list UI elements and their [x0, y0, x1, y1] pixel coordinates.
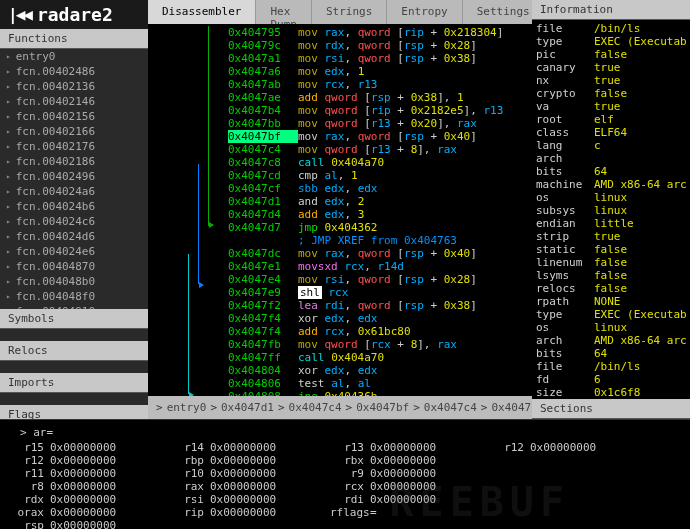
register-name: r15 [10, 441, 50, 454]
info-row: cryptofalse [536, 87, 686, 100]
breadcrumb[interactable]: > entry0 > 0x4047d1 > 0x4047c4 > 0x4047b… [148, 396, 532, 419]
address: 0x4047a1 [228, 52, 298, 65]
disasm-line[interactable]: ; JMP XREF from 0x404763 [148, 234, 532, 247]
info-key: class [536, 126, 594, 139]
function-item[interactable]: fcn.00402146 [0, 94, 148, 109]
info-row: oslinux [536, 191, 686, 204]
breadcrumb-item[interactable]: 0x4047d1 [221, 401, 274, 414]
disasm-line[interactable]: 0x4047aeadd qword [rsp + 0x38], 1 [148, 91, 532, 104]
disasm-line[interactable]: 0x4047d4add edx, 3 [148, 208, 532, 221]
disasm-line[interactable]: 0x4047f2lea rdi, qword [rsp + 0x38] [148, 299, 532, 312]
function-item[interactable]: fcn.00402486 [0, 64, 148, 79]
disasm-line[interactable]: 0x4047e4mov rsi, qword [rsp + 0x28] [148, 273, 532, 286]
disasm-line[interactable]: 0x404808jne 0x40436b [148, 390, 532, 396]
disasm-line[interactable]: 0x4047b4mov qword [rip + 0x2182e5], r13 [148, 104, 532, 117]
disasm-line[interactable]: 0x4047ffcall 0x404a70 [148, 351, 532, 364]
disasm-line[interactable]: 0x4047cfsbb edx, edx [148, 182, 532, 195]
function-item[interactable]: entry0 [0, 49, 148, 64]
disasm-line[interactable]: 0x4047dcmov rax, qword [rsp + 0x40] [148, 247, 532, 260]
function-item[interactable]: fcn.00402186 [0, 154, 148, 169]
disasm-line[interactable]: 0x4047bfmov rax, qword [rsp + 0x40] [148, 130, 532, 143]
breadcrumb-item[interactable]: 0x4047c8 [491, 401, 532, 414]
info-row: endianlittle [536, 217, 686, 230]
info-value: ELF64 [594, 126, 627, 139]
info-row: arch [536, 152, 686, 165]
register-value: 0x00000000 [370, 480, 436, 493]
info-row: lsymsfalse [536, 269, 686, 282]
info-row: bits64 [536, 347, 686, 360]
register-row: r100x00000000 [170, 467, 330, 480]
register-value: 0x00000000 [50, 480, 116, 493]
info-key: relocs [536, 282, 594, 295]
disasm-line[interactable]: 0x4047abmov rcx, r13 [148, 78, 532, 91]
function-item[interactable]: fcn.004024c6 [0, 214, 148, 229]
info-row: classELF64 [536, 126, 686, 139]
panel-imports-header[interactable]: Imports [0, 373, 148, 393]
address: 0x4047bf [228, 130, 298, 143]
function-item[interactable]: fcn.004024d6 [0, 229, 148, 244]
disasm-line[interactable]: 0x4047a1mov rsi, qword [rsp + 0x38] [148, 52, 532, 65]
disasm-line[interactable]: 0x4047d1and edx, 2 [148, 195, 532, 208]
functions-list[interactable]: entry0fcn.00402486fcn.00402136fcn.004021… [0, 49, 148, 309]
panel-relocs-header[interactable]: Relocs [0, 341, 148, 361]
disasm-line[interactable]: 0x4047c8call 0x404a70 [148, 156, 532, 169]
function-item[interactable]: fcn.00404870 [0, 259, 148, 274]
info-header[interactable]: Information [532, 0, 690, 20]
function-item[interactable]: fcn.004024e6 [0, 244, 148, 259]
register-name: r8 [10, 480, 50, 493]
disasm-line[interactable]: 0x4047c4mov qword [r13 + 8], rax [148, 143, 532, 156]
disasm-line[interactable]: 0x4047e9shl rcx [148, 286, 532, 299]
panel-symbols-header[interactable]: Symbols [0, 309, 148, 329]
instruction: mov rax, qword [rip + 0x218304] [298, 26, 532, 39]
function-item[interactable]: fcn.00402176 [0, 139, 148, 154]
tab-disassembler[interactable]: Disassembler [148, 0, 256, 24]
info-key: lsyms [536, 269, 594, 282]
disasm-line[interactable]: 0x4047f4add rcx, 0x61bc80 [148, 325, 532, 338]
tab-hex-dump[interactable]: Hex Dump [256, 0, 311, 24]
breadcrumb-item[interactable]: entry0 [167, 401, 207, 414]
tab-strings[interactable]: Strings [312, 0, 387, 24]
brand: |◀◀ radare2 [0, 0, 148, 29]
function-item[interactable]: fcn.00402156 [0, 109, 148, 124]
disasm-line[interactable]: 0x4047e1movsxd rcx, r14d [148, 260, 532, 273]
disasm-line[interactable]: 0x4047cdcmp al, 1 [148, 169, 532, 182]
instruction: mov rcx, r13 [298, 78, 532, 91]
function-item[interactable]: fcn.00402136 [0, 79, 148, 94]
disasm-line[interactable]: 0x4047f4xor edx, edx [148, 312, 532, 325]
instruction: mov qword [r13 + 0x20], rax [298, 117, 532, 130]
function-item[interactable]: fcn.004048f0 [0, 289, 148, 304]
panel-flags-header[interactable]: Flags [0, 405, 148, 419]
info-value: AMD x86-64 architecture [594, 178, 686, 191]
disassembly-view[interactable]: 0x404795mov rax, qword [rip + 0x218304]0… [148, 24, 532, 396]
breadcrumb-item[interactable]: 0x4047c4 [424, 401, 477, 414]
disasm-line[interactable]: 0x4047bbmov qword [r13 + 0x20], rax [148, 117, 532, 130]
panel-functions-header[interactable]: Functions [0, 29, 148, 49]
sections-header[interactable]: Sections [532, 399, 690, 419]
console[interactable]: > ar= r150x00000000r120x00000000r110x000… [0, 419, 690, 529]
disasm-line[interactable]: 0x4047a6mov edx, 1 [148, 65, 532, 78]
register-name: orax [10, 506, 50, 519]
tab-settings[interactable]: Settings [463, 0, 532, 24]
address: 0x404804 [228, 364, 298, 377]
function-item[interactable]: fcn.00402496 [0, 169, 148, 184]
logo-icon: |◀◀ [8, 5, 31, 24]
disasm-line[interactable]: 0x404806test al, al [148, 377, 532, 390]
tab-entropy[interactable]: Entropy [387, 0, 462, 24]
disasm-line[interactable]: 0x4047fbmov qword [rcx + 8], rax [148, 338, 532, 351]
function-item[interactable]: fcn.004024b6 [0, 199, 148, 214]
function-item[interactable]: fcn.00402166 [0, 124, 148, 139]
register-name: rsp [10, 519, 50, 529]
breadcrumb-item[interactable]: 0x4047c4 [289, 401, 342, 414]
address: 0x4047bb [228, 117, 298, 130]
info-value: 0x1c6f8 [594, 386, 640, 399]
function-item[interactable]: fcn.004048b0 [0, 274, 148, 289]
function-item[interactable]: fcn.004024a6 [0, 184, 148, 199]
disasm-line[interactable]: 0x404804xor edx, edx [148, 364, 532, 377]
breadcrumb-item[interactable]: 0x4047bf [356, 401, 409, 414]
disasm-line[interactable]: 0x4047d7jmp 0x404362 [148, 221, 532, 234]
info-value: true [594, 230, 621, 243]
disasm-line[interactable]: 0x40479cmov rdx, qword [rsp + 0x28] [148, 39, 532, 52]
info-value: /bin/ls [594, 360, 640, 373]
disasm-line[interactable]: 0x404795mov rax, qword [rip + 0x218304] [148, 26, 532, 39]
instruction: movsxd rcx, r14d [298, 260, 532, 273]
